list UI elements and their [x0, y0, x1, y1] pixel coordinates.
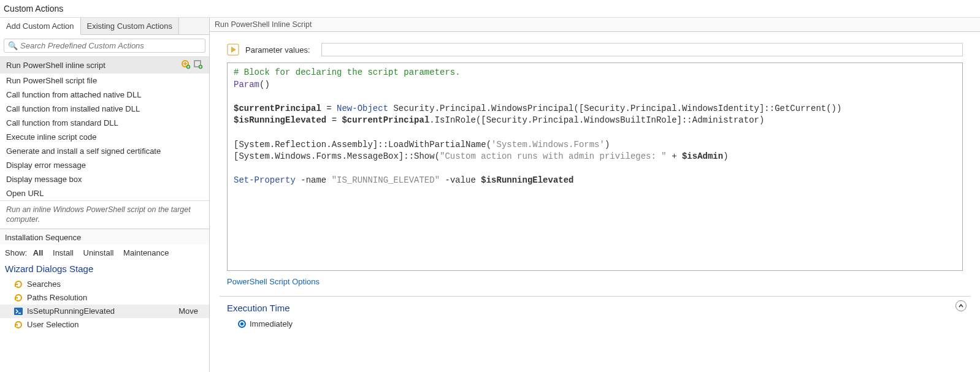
tree-item-label: IsSetupRunningElevated	[27, 306, 115, 316]
parameter-values-input[interactable]	[321, 43, 963, 56]
list-item-label: Call function from attached native DLL	[6, 90, 141, 99]
list-item[interactable]: Display error message	[0, 158, 209, 172]
code-text: Security.Principal.WindowsPrincipal([Sec…	[388, 104, 841, 113]
code-string: 'System.Windows.Forms'	[491, 140, 605, 150]
list-item-label: Run PowerShell inline script	[6, 61, 105, 70]
list-item-label: Open URL	[6, 189, 44, 198]
execution-time-section: Execution Time Immediately	[220, 296, 970, 328]
move-button[interactable]: Move	[178, 306, 203, 316]
code-text: +	[667, 151, 682, 161]
code-text: .IsInRole([Security.Principal.WindowsBui…	[429, 115, 764, 125]
tree-item-issetuprunningelevated[interactable]: IsSetupRunningElevated Move	[0, 305, 209, 318]
code-text: [System.Reflection.Assembly]::LoadWithPa…	[234, 140, 491, 150]
list-item-label: Generate and install a self signed certi…	[6, 146, 161, 156]
action-description: Run an inline Windows PowerShell script …	[0, 200, 209, 229]
refresh-icon	[13, 293, 23, 303]
tree-item-paths[interactable]: Paths Resolution	[0, 291, 209, 305]
list-item-label: Display message box	[6, 175, 82, 184]
list-item[interactable]: Generate and install a self signed certi…	[0, 144, 209, 158]
code-keyword: Param	[234, 80, 259, 89]
tree-item-user-selection[interactable]: User Selection	[0, 318, 209, 332]
filter-all[interactable]: All	[33, 248, 44, 257]
collapse-icon[interactable]	[955, 300, 967, 311]
left-tabs: Add Custom Action Existing Custom Action…	[0, 18, 209, 35]
list-item-label: Run PowerShell script file	[6, 76, 97, 85]
execution-time-title: Execution Time	[227, 303, 963, 313]
code-cmdlet: New-Object	[337, 104, 388, 113]
right-panel: Run PowerShell Inline Script Parameter v…	[210, 18, 980, 372]
radio-immediately[interactable]: Immediately	[227, 319, 963, 328]
editor-tab-title: Run PowerShell Inline Script	[210, 18, 980, 32]
code-cmdlet: Set-Property	[234, 175, 296, 185]
code-string: "Custom action runs with admin privilege…	[440, 151, 667, 161]
radio-label: Immediately	[250, 319, 293, 328]
stage-title: Wizard Dialogs Stage	[0, 261, 209, 278]
search-icon: 🔍	[8, 41, 18, 50]
list-item[interactable]: Call function from installed native DLL	[0, 102, 209, 116]
code-text: )	[605, 140, 610, 150]
tree-item-searches[interactable]: Searches	[0, 278, 209, 291]
add-no-sequence-icon[interactable]	[193, 59, 203, 71]
list-item[interactable]: Run PowerShell inline script	[0, 57, 209, 74]
powershell-script-options-link[interactable]: PowerShell Script Options	[210, 271, 980, 291]
installation-sequence-header: Installation Sequence	[0, 229, 209, 245]
code-text: ()	[259, 80, 270, 89]
list-item-label: Call function from standard DLL	[6, 118, 118, 127]
filter-maintenance[interactable]: Maintenance	[123, 248, 169, 257]
code-text: [System.Windows.Forms.MessageBox]::Show(	[234, 151, 440, 161]
action-list[interactable]: Run PowerShell inline script Run PowerSh…	[0, 56, 209, 200]
tab-add-custom-action[interactable]: Add Custom Action	[0, 18, 81, 35]
code-var: $currentPrincipal	[342, 115, 429, 125]
filter-install[interactable]: Install	[53, 248, 74, 257]
code-text: -name	[296, 175, 332, 185]
list-item[interactable]: Call function from attached native DLL	[0, 88, 209, 102]
tree-item-label: Searches	[27, 279, 61, 289]
code-string: "IS_RUNNING_ELEVATED"	[332, 175, 440, 185]
radio-dot-icon	[238, 320, 246, 328]
script-editor[interactable]: # Block for declaring the script paramet…	[227, 63, 963, 271]
code-var: $currentPrincipal	[234, 104, 321, 113]
parameter-values-label: Parameter values:	[245, 45, 310, 55]
list-item[interactable]: Display message box	[0, 172, 209, 186]
run-icon[interactable]	[227, 44, 239, 56]
left-panel: Add Custom Action Existing Custom Action…	[0, 18, 210, 372]
search-input-wrap[interactable]: 🔍	[4, 39, 205, 53]
code-text: =	[326, 115, 342, 125]
list-item[interactable]: Call function from standard DLL	[0, 116, 209, 130]
list-item-label: Execute inline script code	[6, 132, 96, 142]
page-title: Custom Actions	[0, 0, 980, 18]
list-item[interactable]: Open URL	[0, 186, 209, 200]
list-item-label: Display error message	[6, 161, 86, 170]
list-item-label: Call function from installed native DLL	[6, 104, 140, 113]
add-sequence-icon[interactable]	[181, 59, 191, 71]
refresh-icon	[13, 279, 23, 289]
list-item[interactable]: Run PowerShell script file	[0, 74, 209, 88]
sequence-filter: Show: All Install Uninstall Maintenance	[0, 245, 209, 261]
sequence-tree: Searches Paths Resolution IsSetupRunning…	[0, 278, 209, 334]
show-label: Show:	[5, 248, 27, 257]
tab-existing-custom-actions[interactable]: Existing Custom Actions	[81, 18, 179, 34]
code-text: =	[321, 104, 337, 113]
code-text: )	[723, 151, 728, 161]
code-var: $isRunningElevated	[234, 115, 326, 125]
filter-uninstall[interactable]: Uninstall	[83, 248, 114, 257]
powershell-icon	[13, 306, 23, 316]
search-input[interactable]	[20, 41, 201, 50]
tree-item-label: Paths Resolution	[27, 293, 87, 302]
code-var: $isAdmin	[682, 151, 723, 161]
code-text: -value	[440, 175, 481, 185]
code-var: $isRunningElevated	[481, 175, 573, 185]
refresh-icon	[13, 320, 23, 330]
tree-item-label: User Selection	[27, 320, 79, 329]
list-item[interactable]: Execute inline script code	[0, 130, 209, 144]
code-comment: # Block for declaring the script paramet…	[234, 67, 461, 77]
